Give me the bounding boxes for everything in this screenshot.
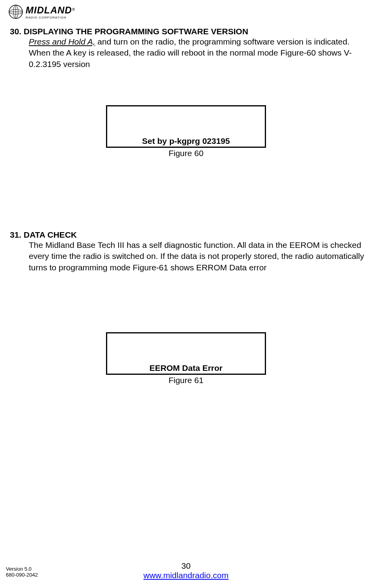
footer-link[interactable]: www.midlandradio.com (143, 571, 229, 580)
section-30-heading: 30. DISPLAYING THE PROGRAMMING SOFTWARE … (0, 27, 372, 36)
footer-version-block: Version 5.0 680-090-2042 (6, 566, 38, 578)
globe-icon (8, 4, 24, 20)
section-31-heading: 31. DATA CHECK (0, 230, 372, 240)
trademark-icon: ® (72, 7, 75, 11)
press-hold-text: Press and Hold A, (29, 37, 95, 46)
figure-60-text: Set by p-kgprg 023195 (142, 136, 230, 146)
logo-subtitle: RADIO CORPORATION (26, 16, 75, 19)
page-number: 30 (0, 561, 372, 571)
figure-60-display: Set by p-kgprg 023195 (106, 105, 266, 148)
figure-61-display: EEROM Data Error (106, 332, 266, 375)
section-30-body: Press and Hold A, and turn on the radio,… (0, 36, 372, 70)
logo-header: MIDLAND® RADIO CORPORATION (0, 0, 372, 24)
footer: 30 www.midlandradio.com Version 5.0 680-… (0, 561, 372, 580)
figure-61-text: EEROM Data Error (149, 363, 223, 373)
logo-main-text: MIDLAND® (26, 5, 75, 16)
logo-text-block: MIDLAND® RADIO CORPORATION (26, 5, 75, 19)
footer-version: Version 5.0 (6, 566, 38, 572)
footer-part-number: 680-090-2042 (6, 572, 38, 578)
logo-brand: MIDLAND (26, 5, 72, 15)
figure-60-caption: Figure 60 (0, 149, 372, 158)
figure-61-caption: Figure 61 (0, 376, 372, 385)
section-31-body: The Midland Base Tech III has a self dia… (0, 240, 372, 273)
